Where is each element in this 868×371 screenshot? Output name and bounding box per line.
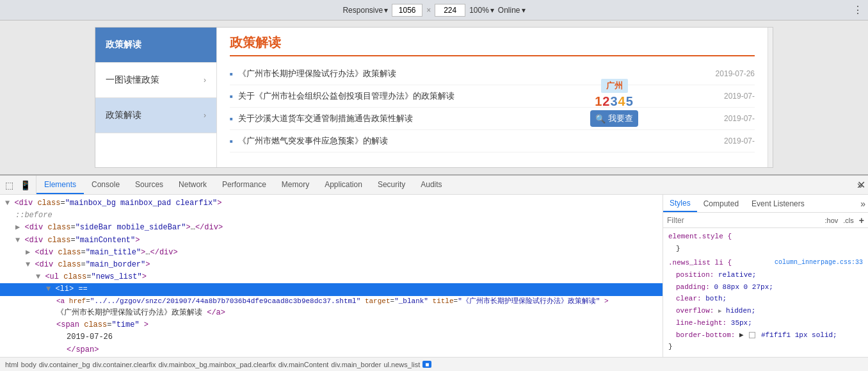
- devtools-tabs-list: Elements Console Sources Network Perform…: [36, 176, 450, 194]
- breadcrumb-body[interactable]: body: [21, 361, 36, 368]
- html-tag: <li>: [55, 284, 74, 293]
- devtools-tab-icons: ⬚ 📱: [0, 176, 36, 194]
- sidebar-nav: 政策解读 一图读懂政策 › 政策解读 ›: [95, 28, 217, 167]
- prop-border-bottom: border-bottom: ▶ #f1f1f1 1px solid;: [668, 329, 863, 342]
- tab-security[interactable]: Security: [370, 176, 413, 194]
- tab-memory[interactable]: Memory: [274, 176, 317, 194]
- breadcrumb-mainbox[interactable]: div.mainbox_bg.mainbox_pad.clearfix: [158, 361, 275, 368]
- dollar-sign: $0: [92, 284, 101, 293]
- attr-value: "mainbox_bg mainbox_pad clearfix": [65, 199, 218, 208]
- dom-line: 《广州市长期护理保险试行办法》政策解读 </a>: [0, 307, 663, 319]
- styles-tabs-more-button[interactable]: »: [860, 199, 865, 209]
- tab-network[interactable]: Network: [171, 176, 214, 194]
- pseudo-element: ::before: [15, 211, 52, 220]
- rule-source[interactable]: column_innerpage.css:33: [775, 257, 863, 268]
- list-item[interactable]: 《广州市燃气突发事件应急预案》的解读 2019-07-: [230, 130, 755, 153]
- prop-padding: padding: 0 88px 0 27px;: [668, 281, 863, 293]
- expand-arrow-icon[interactable]: ▶: [15, 223, 20, 232]
- scrollbar[interactable]: [768, 28, 773, 167]
- device-toolbar-button[interactable]: 📱: [17, 179, 33, 192]
- tab-application[interactable]: Application: [317, 176, 370, 194]
- list-item[interactable]: 关于沙溪大道货车交通管制措施通告政策性解读 2019-07-: [230, 108, 755, 130]
- styles-filter-input[interactable]: [667, 216, 820, 225]
- dimension-separator: ×: [426, 6, 431, 15]
- attr-name: class: [58, 260, 81, 269]
- height-input[interactable]: [435, 4, 465, 17]
- attr-value: "sideBar mobile_sideBar": [76, 223, 186, 232]
- styles-panel: Styles Computed Event Listeners » :hov .…: [663, 195, 868, 357]
- styles-tab-event-listeners[interactable]: Event Listeners: [745, 195, 811, 212]
- hov-button[interactable]: :hov: [825, 217, 839, 224]
- styles-tab-computed[interactable]: Computed: [697, 195, 745, 212]
- sidebar-item-policy-reading-2[interactable]: 政策解读 ›: [95, 98, 216, 133]
- breadcrumb-html[interactable]: html: [5, 361, 19, 368]
- attr-name: class: [47, 236, 70, 245]
- responsive-dropdown-icon[interactable]: ▾: [384, 6, 388, 15]
- news-link[interactable]: 《广州市长期护理保险试行办法》政策解读: [238, 68, 711, 79]
- inspect-element-button[interactable]: ⬚: [3, 179, 16, 192]
- styles-tab-styles[interactable]: Styles: [663, 195, 697, 212]
- cls-button[interactable]: .cls: [843, 217, 854, 224]
- online-select[interactable]: Online ▾: [498, 6, 526, 15]
- devtools-close-button[interactable]: ✕: [857, 179, 865, 191]
- dom-line-selected[interactable]: ▼ <li> == $0: [0, 283, 663, 295]
- dom-line: <span class="time" >: [0, 319, 663, 331]
- online-dropdown-icon[interactable]: ▾: [522, 6, 526, 15]
- dom-panel[interactable]: ▼ <div class="mainbox_bg mainbox_pad cle…: [0, 195, 663, 357]
- numbers-display: 12345: [595, 94, 634, 109]
- city-tag: 广州: [601, 79, 628, 93]
- news-list: 《广州市长期护理保险试行办法》政策解读 2019-07-26 关于《广州市社会组…: [230, 63, 755, 153]
- expand-icon-2[interactable]: ▶: [739, 331, 744, 339]
- style-rule-element: element.style { }: [668, 231, 863, 254]
- news-link[interactable]: 《广州市燃气突发事件应急预案》的解读: [238, 135, 719, 147]
- add-style-button[interactable]: +: [859, 215, 864, 226]
- floating-widget: 广州 12345 🔍 我要查: [590, 79, 638, 127]
- tab-elements[interactable]: Elements: [36, 176, 84, 194]
- website-frame: 政策解读 一图读懂政策 › 政策解读 › 政策解读 《广州市长期护理保险试行办法…: [95, 27, 773, 168]
- news-link[interactable]: 关于《广州市社会组织公益创投项目管理办法》的政策解读: [238, 90, 719, 102]
- expand-icon[interactable]: ▶: [718, 308, 721, 315]
- expand-arrow-icon[interactable]: ▼: [26, 260, 30, 269]
- news-link[interactable]: 关于沙溪大道货车交通管制措施通告政策性解读: [238, 113, 719, 124]
- breadcrumb-news-list[interactable]: ul.news_list: [383, 361, 420, 368]
- responsive-select[interactable]: Responsive ▾: [342, 6, 388, 15]
- main-content: 政策解读 《广州市长期护理保险试行办法》政策解读 2019-07-26 关于《广…: [217, 28, 768, 167]
- dom-line: ::before: [0, 210, 663, 222]
- digit-2: 2: [602, 94, 610, 108]
- expand-arrow-icon[interactable]: ▼: [46, 284, 51, 293]
- sidebar-item-policy-reading[interactable]: 政策解读: [95, 28, 216, 63]
- rule-close-2: }: [668, 341, 863, 353]
- dom-line: ▼ <div class="mainContent">: [0, 235, 663, 247]
- breadcrumb-main-content[interactable]: div.mainContent: [278, 361, 329, 368]
- html-tag: <ul: [45, 272, 59, 281]
- digit-3: 3: [610, 94, 618, 108]
- tab-performance[interactable]: Performance: [214, 176, 274, 194]
- zoom-select[interactable]: 100% ▾: [469, 6, 494, 15]
- tab-console[interactable]: Console: [84, 176, 127, 194]
- expand-arrow-icon[interactable]: ▼: [5, 199, 10, 208]
- prop-clear: clear: both;: [668, 293, 863, 305]
- sidebar-item-infographic[interactable]: 一图读懂政策 ›: [95, 63, 216, 98]
- toolbar-more-button[interactable]: ⋮: [853, 4, 863, 16]
- zoom-dropdown-icon[interactable]: ▾: [490, 6, 494, 15]
- width-input[interactable]: [392, 4, 422, 17]
- news-date: 2019-07-: [724, 114, 755, 123]
- breadcrumb-main-border[interactable]: div.main_border: [331, 361, 381, 368]
- digit-4: 4: [618, 94, 626, 108]
- digit-5: 5: [626, 94, 634, 108]
- expand-arrow-icon[interactable]: ▶: [26, 248, 30, 257]
- breadcrumb-container-clearfix[interactable]: div.container.clearfix: [93, 361, 156, 368]
- news-date: 2019-07-26: [716, 69, 755, 78]
- rule-selector: element.style {: [668, 231, 863, 243]
- attr-name: class: [47, 223, 70, 232]
- breadcrumb-container-bg[interactable]: div.container_bg: [39, 361, 90, 368]
- expand-arrow-icon[interactable]: ▼: [15, 236, 20, 245]
- dom-line: ▼ <ul class="news_list">: [0, 271, 663, 283]
- tab-sources[interactable]: Sources: [127, 176, 171, 194]
- expand-arrow-icon[interactable]: ▼: [36, 272, 40, 281]
- tab-audits[interactable]: Audits: [413, 176, 449, 194]
- list-item[interactable]: 《广州市长期护理保险试行办法》政策解读 2019-07-26: [230, 63, 755, 85]
- preview-area: 政策解读 一图读懂政策 › 政策解读 › 政策解读 《广州市长期护理保险试行办法…: [0, 21, 868, 174]
- list-item[interactable]: 关于《广州市社会组织公益创投项目管理办法》的政策解读 2019-07-: [230, 85, 755, 108]
- search-widget-button[interactable]: 🔍 我要查: [590, 110, 638, 127]
